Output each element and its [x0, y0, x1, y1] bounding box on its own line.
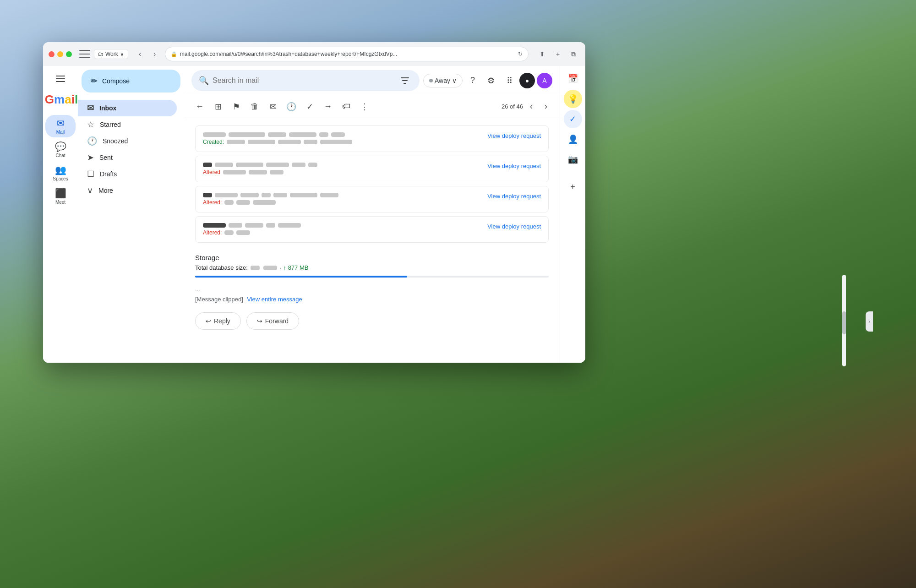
- nav-item-more-label: More: [98, 187, 171, 194]
- sent-icon: ➤: [87, 152, 94, 163]
- right-sidebar: 📅 💡 ✓ 👤 📷 +: [560, 66, 585, 363]
- user-avatar[interactable]: A: [537, 73, 552, 88]
- meet-sidebar-button[interactable]: 📷: [564, 150, 582, 169]
- reply-button[interactable]: ↩ Reply: [195, 312, 241, 330]
- sidebar-item-meet[interactable]: ⬛ Meet: [45, 185, 76, 207]
- profile-avatar[interactable]: ●: [519, 73, 535, 88]
- nav-item-snoozed[interactable]: 🕐 Snoozed: [78, 133, 177, 149]
- nav-item-sent[interactable]: ➤ Sent: [78, 149, 177, 166]
- storage-bar: [195, 276, 549, 278]
- report-spam-button[interactable]: ⚑: [228, 98, 245, 115]
- pagination-info: 26 of 46 ‹ ›: [502, 100, 552, 113]
- snooze-button[interactable]: 🕐: [283, 98, 300, 115]
- email-card-2: Altered View deploy request: [195, 156, 549, 182]
- nav-item-starred[interactable]: ☆ Starred: [78, 116, 177, 133]
- message-clipped-text: [Message clipped]: [195, 296, 243, 303]
- fullscreen-button[interactable]: [66, 51, 72, 57]
- view-deploy-link-1[interactable]: View deploy request: [487, 132, 541, 139]
- email-card-2-status-label: Altered: [203, 169, 220, 175]
- settings-button[interactable]: ⚙: [483, 72, 499, 89]
- storage-section: Storage Total database size: · ↑ 877 MB: [195, 246, 549, 281]
- storage-title: Storage: [195, 254, 549, 261]
- blurred-content: [292, 163, 305, 167]
- email-card-4-left: Altered:: [203, 223, 487, 236]
- view-deploy-link-2[interactable]: View deploy request: [487, 163, 541, 169]
- browser-window: 🗂 Work ∨ ‹ › 🔒 mail.google.com/mail/u/0/…: [43, 42, 585, 363]
- add-task-button[interactable]: ✓: [301, 98, 318, 115]
- view-deploy-link-3[interactable]: View deploy request: [487, 193, 541, 200]
- tabs-button[interactable]: ⧉: [567, 48, 580, 60]
- blurred-content: [263, 266, 277, 270]
- scrollbar-thumb[interactable]: [842, 311, 846, 334]
- sidebar-item-spaces[interactable]: 👥 Spaces: [45, 162, 76, 184]
- nav-forward-button[interactable]: ›: [148, 48, 161, 60]
- email-card-1-status-label: Created:: [203, 139, 224, 145]
- blurred-content: [248, 140, 275, 144]
- view-entire-message-link[interactable]: View entire message: [247, 296, 302, 303]
- close-button[interactable]: [49, 51, 55, 57]
- search-input[interactable]: [213, 76, 394, 85]
- back-button[interactable]: ←: [191, 98, 208, 115]
- calendar-sidebar-button[interactable]: 📅: [564, 70, 582, 88]
- add-sidebar-button[interactable]: +: [564, 178, 582, 196]
- hamburger-menu-button[interactable]: [51, 70, 70, 88]
- search-box[interactable]: 🔍: [191, 70, 420, 91]
- titlebar-actions: ⬆ + ⧉: [536, 48, 580, 60]
- away-status-button[interactable]: Away ∨: [423, 74, 463, 87]
- scrollbar-track[interactable]: [842, 275, 846, 366]
- sidebar-item-chat[interactable]: 💬 Chat: [45, 138, 76, 161]
- search-filter-button[interactable]: [398, 73, 412, 88]
- new-tab-button[interactable]: +: [551, 48, 564, 60]
- nav-item-drafts[interactable]: ☐ Drafts: [78, 166, 177, 182]
- email-card-3: Altered: View deploy request: [195, 186, 549, 212]
- sidebar-item-mail-label: Mail: [56, 130, 65, 135]
- nav-item-inbox[interactable]: ✉ Inbox: [78, 100, 177, 116]
- email-card-2-left: Altered: [203, 163, 487, 175]
- nav-buttons: ‹ ›: [134, 48, 161, 60]
- more-options-button[interactable]: ⋮: [356, 98, 373, 115]
- email-card-2-row1: [203, 163, 487, 167]
- contacts-sidebar-button[interactable]: 👤: [564, 130, 582, 148]
- blurred-content: [308, 163, 317, 167]
- blurred-content: [266, 223, 275, 228]
- minimize-button[interactable]: [57, 51, 63, 57]
- delete-button[interactable]: 🗑: [246, 98, 263, 115]
- archive-button[interactable]: ⊞: [210, 98, 226, 115]
- prev-email-button[interactable]: ‹: [525, 100, 538, 113]
- email-card-1-left: Created:: [203, 132, 487, 145]
- help-button[interactable]: ?: [464, 72, 481, 89]
- address-bar[interactable]: 🔒 mail.google.com/mail/u/0/#search/in%3A…: [165, 47, 529, 61]
- move-to-button[interactable]: →: [320, 98, 336, 115]
- blurred-content: [229, 132, 265, 137]
- share-button[interactable]: ⬆: [536, 48, 549, 60]
- view-deploy-link-4[interactable]: View deploy request: [487, 223, 541, 230]
- blurred-content: [249, 170, 267, 174]
- sidebar-toggle-button[interactable]: [79, 50, 90, 58]
- keep-sidebar-button[interactable]: 💡: [564, 90, 582, 108]
- blurred-content: [289, 132, 316, 137]
- blurred-content: [215, 193, 238, 197]
- main-area: 🔍 Away ∨ ? ⚙ ⠿ ● A: [184, 66, 560, 363]
- next-email-button[interactable]: ›: [540, 100, 552, 113]
- expand-panel-button[interactable]: ›: [866, 311, 873, 332]
- sidebar-item-mail[interactable]: ✉ Mail: [45, 115, 76, 137]
- nav-item-sent-label: Sent: [99, 154, 171, 161]
- spaces-icon: 👥: [55, 164, 66, 175]
- chat-icon: 💬: [55, 141, 66, 152]
- reload-icon[interactable]: ↻: [518, 51, 523, 57]
- blurred-content: [236, 200, 250, 205]
- nav-item-more[interactable]: ∨ More: [78, 182, 177, 199]
- mark-unread-button[interactable]: ✉: [265, 98, 281, 115]
- blurred-content: [245, 223, 263, 228]
- forward-button[interactable]: ↪ Forward: [246, 312, 299, 330]
- sidebar-item-meet-label: Meet: [55, 200, 65, 205]
- tasks-sidebar-button[interactable]: ✓: [564, 110, 582, 128]
- clipped-row: [Message clipped] View entire message: [195, 295, 549, 303]
- label-button[interactable]: 🏷: [338, 98, 354, 115]
- blurred-content: [253, 200, 276, 205]
- blurred-content: [290, 193, 317, 197]
- nav-back-button[interactable]: ‹: [134, 48, 147, 60]
- workspace-badge[interactable]: 🗂 Work ∨: [94, 49, 128, 59]
- compose-button[interactable]: ✏ Compose: [82, 70, 180, 93]
- apps-button[interactable]: ⠿: [501, 72, 518, 89]
